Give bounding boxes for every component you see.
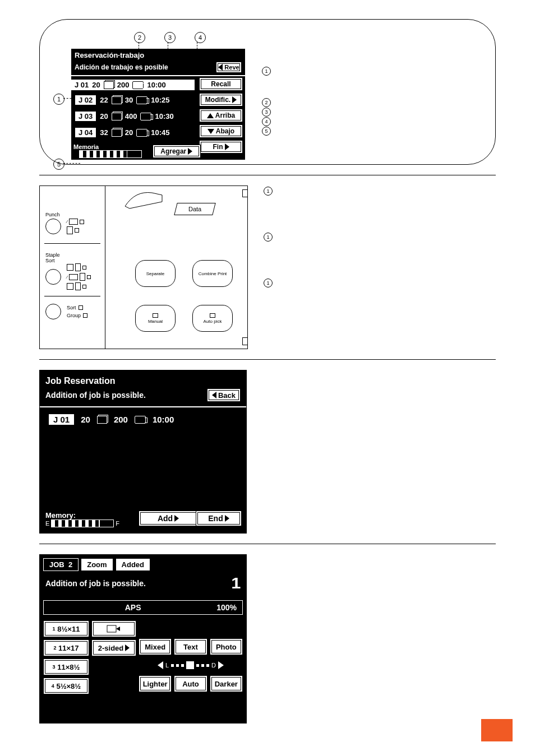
copies-icon [135,416,146,424]
back-button[interactable]: Back [207,388,241,402]
memory-e: E [45,520,49,527]
annotation-5-left: 5 [53,159,64,170]
end-button[interactable]: End [196,511,242,526]
lcd-basic-copy: JOB 2 Zoom Added Addition of job is poss… [39,554,247,723]
photo-button[interactable]: Photo [210,638,243,655]
annotation-2: 2 [134,32,145,43]
sort-label: Sort [67,305,76,310]
chevron-left-icon [212,392,216,398]
section-divider [39,175,496,175]
paper-size-button[interactable]: 3 11×8½ [43,658,89,675]
chevron-right-icon [174,515,179,522]
status-message: Addition of job is possible. [45,579,146,588]
paper-size-button[interactable]: 1 8½×11 [43,620,89,637]
paper-size-button[interactable]: 4 5½×8½ [43,678,89,694]
job-pages: 20 [81,415,90,424]
group-label: Group [67,313,81,318]
copies-icon [136,96,147,104]
copies-icon [136,129,147,137]
screen-footer: Memoria E F Agregar [73,143,243,158]
message-row: Addition of job is possible. 1 [40,571,246,596]
scroll-up-button[interactable]: Arriba [199,109,243,122]
staple-lamp [45,269,61,285]
pages-icon [97,416,107,424]
job-row[interactable]: J 04 32 20 10:45 [71,126,195,139]
tray-index: 2 [53,645,56,651]
add-button[interactable]: Agregar [153,145,201,158]
job-id: J 01 [49,414,74,425]
svg-rect-0 [107,625,116,632]
job-time: 10:00 [147,81,165,89]
tray-index: 4 [52,683,54,689]
separate-button[interactable]: Separate [135,260,176,287]
chevron-right-icon [125,644,130,651]
combine-label: Combine Print [199,271,227,276]
fig2-side-annotations: 1 1 1 [264,185,273,287]
aps-label: APS [125,603,141,612]
size-label: 5½×8½ [56,682,81,690]
page-color-tab [481,719,513,741]
copy-count: 1 [232,574,241,592]
density-slider[interactable]: L D [139,657,243,673]
modify-button[interactable]: Modific. [199,93,243,106]
annotation-5s: 5 [262,127,271,136]
annotation-4: 4 [195,32,206,43]
copies-icon [132,81,144,89]
autopick-button[interactable]: Auto pick [192,305,233,332]
job-number: 2 [68,560,72,569]
back-button[interactable]: Reve [216,62,242,73]
annotation-stack-right: 2 3 4 5 [262,98,271,136]
annotation-3: 3 [164,32,176,43]
job-copies: 30 [125,96,133,104]
job-row[interactable]: J 01 20 200 10:00 [71,80,195,90]
scroll-down-button[interactable]: Abajo [199,124,243,138]
lcd-screen-es: Reservación·trabajo Adición de trabajo e… [71,49,245,160]
manual-button[interactable]: Manual [135,305,176,332]
annotation-step: 1 [264,187,273,196]
tray-index: 1 [53,626,56,632]
orientation-icon [107,624,121,634]
job-tab-label: JOB [49,560,64,569]
lighter-button[interactable]: Lighter [139,675,172,692]
hline [44,296,100,296]
job-pages: 22 [100,96,108,104]
job-row[interactable]: J 01 20 200 10:00 [45,413,241,426]
chevron-right-icon [232,96,237,103]
text-button[interactable]: Text [174,638,207,655]
guide-line [63,163,80,164]
job-copies: 400 [125,112,137,120]
job-time: 10:30 [155,112,173,120]
darker-button[interactable]: Darker [210,675,243,692]
zoom-tab[interactable]: Zoom [81,558,113,571]
modify-label: Modific. [205,96,230,104]
job-copies: 200 [117,81,130,89]
paper-size-button[interactable]: 2 11×17 [43,639,89,656]
auto-density-button[interactable]: Auto [174,675,207,692]
punch-label: Punch [45,212,84,217]
job-row[interactable]: J 02 22 30 10:25 [71,94,195,106]
job-tab[interactable]: JOB 2 [43,558,79,571]
job-row[interactable]: J 03 20 400 10:30 [71,110,195,123]
autopick-label: Auto pick [204,319,222,324]
memory-e: E [73,151,77,157]
data-indicator: Data [174,203,216,215]
add-button[interactable]: Add [139,511,198,526]
notch-icon [242,337,247,345]
size-label: 11×17 [58,644,79,652]
added-tab[interactable]: Added [116,558,150,571]
job-id: J 03 [75,111,96,122]
orientation-button[interactable] [91,620,136,637]
combine-print-button[interactable]: Combine Print [192,260,233,287]
output-tray-icon [124,189,163,212]
two-sided-label: 2-sided [98,644,124,652]
pages-icon [112,96,122,104]
job-time: 10:25 [151,96,169,104]
size-label: 8½×11 [57,625,80,633]
density-indicator [186,661,194,669]
two-sided-button[interactable]: 2-sided [91,639,136,656]
tab-row: JOB 2 Zoom Added [40,555,246,571]
recall-button[interactable]: Recall [199,77,243,91]
screen-title: Reservación·trabajo [71,49,245,62]
mixed-button[interactable]: Mixed [139,638,172,655]
add-label: Add [158,514,173,523]
